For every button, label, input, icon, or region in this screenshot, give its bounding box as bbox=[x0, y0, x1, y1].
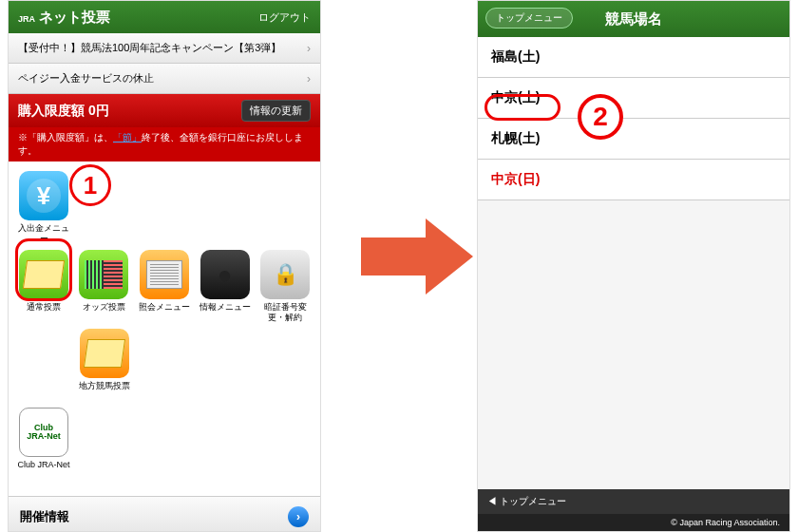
logout-link[interactable]: ログアウト bbox=[258, 10, 311, 25]
club-jra-icon: ClubJRA-Net bbox=[27, 424, 61, 441]
icon-grid: ¥ 入出金メニュー 通常投票 オッズ投票 照会メニュー ● 情報メニュー bbox=[9, 162, 320, 496]
section-title: 開催情報 bbox=[20, 508, 69, 525]
header: トップメニュー 競馬場名 bbox=[478, 1, 789, 37]
deposit-menu-button[interactable]: ¥ 入出金メニュー bbox=[16, 171, 71, 244]
yen-icon: ¥ bbox=[27, 179, 61, 213]
odds-icon bbox=[85, 260, 123, 289]
note-link[interactable]: 「節」 bbox=[113, 132, 142, 142]
notice-item[interactable]: 【受付中！】競馬法100周年記念キャンペーン【第3弾】 › bbox=[9, 33, 320, 64]
left-screen: JRA ネット投票 ログアウト 【受付中！】競馬法100周年記念キャンペーン【第… bbox=[8, 0, 321, 532]
lock-icon: 🔒 bbox=[273, 262, 298, 287]
notice-text: 【受付中！】競馬法100周年記念キャンペーン【第3弾】 bbox=[18, 41, 281, 55]
arrow-right-icon: › bbox=[288, 506, 309, 527]
refresh-button[interactable]: 情報の更新 bbox=[241, 100, 311, 122]
header: JRA ネット投票 ログアウト bbox=[9, 1, 320, 33]
annotation-number-2: 2 bbox=[578, 94, 623, 140]
annotation-number-1: 1 bbox=[69, 164, 111, 206]
app-title: ネット投票 bbox=[39, 9, 110, 25]
event-info-section[interactable]: 開催情報 › bbox=[9, 496, 320, 532]
limit-bar: 購入限度額 0円 情報の更新 bbox=[9, 94, 320, 127]
limit-label: 購入限度額 0円 bbox=[18, 103, 109, 120]
top-menu-button[interactable]: トップメニュー bbox=[485, 8, 573, 28]
footer: ◀ トップメニュー © Japan Racing Association. bbox=[478, 489, 789, 531]
footer-top-menu-link[interactable]: ◀ トップメニュー bbox=[478, 489, 789, 514]
copyright: © Japan Racing Association. bbox=[478, 514, 789, 531]
logo-title: JRA ネット投票 bbox=[18, 9, 110, 27]
annotation-ring-2 bbox=[484, 94, 560, 121]
notice-text: ペイジー入金サービスの休止 bbox=[18, 71, 154, 86]
racecourse-item[interactable]: 福島(土) bbox=[478, 37, 789, 78]
transition-arrow-icon bbox=[361, 218, 475, 294]
pin-change-button[interactable]: 🔒 暗証番号変更・解約 bbox=[257, 250, 313, 323]
annotation-ring-1 bbox=[15, 238, 72, 301]
notice-item[interactable]: ペイジー入金サービスの休止 › bbox=[9, 64, 320, 94]
chevron-right-icon: › bbox=[307, 72, 311, 86]
newspaper-icon bbox=[146, 260, 182, 289]
jra-logo: JRA bbox=[18, 14, 35, 24]
racecourse-item[interactable]: 札幌(土) bbox=[478, 119, 789, 160]
club-jra-net-button[interactable]: ClubJRA-Net Club JRA-Net bbox=[16, 408, 71, 481]
chevron-right-icon: › bbox=[307, 42, 311, 55]
ticket-icon bbox=[84, 339, 125, 368]
page-title: 競馬場名 bbox=[605, 10, 662, 28]
odds-vote-button[interactable]: オッズ投票 bbox=[77, 250, 132, 323]
right-screen: トップメニュー 競馬場名 福島(土) 中京(土) 札幌(土) 中京(日) 2 ◀… bbox=[477, 0, 790, 532]
inquiry-menu-button[interactable]: 照会メニュー bbox=[137, 250, 192, 323]
racecourse-item[interactable]: 中京(日) bbox=[478, 160, 789, 200]
info-menu-button[interactable]: ● 情報メニュー bbox=[198, 250, 253, 323]
limit-note: ※「購入限度額」は、「節」終了後、全額を銀行口座にお戻しします。 bbox=[9, 127, 320, 162]
local-racing-button[interactable]: 地方競馬投票 bbox=[77, 329, 132, 402]
helmet-icon: ● bbox=[218, 260, 233, 290]
